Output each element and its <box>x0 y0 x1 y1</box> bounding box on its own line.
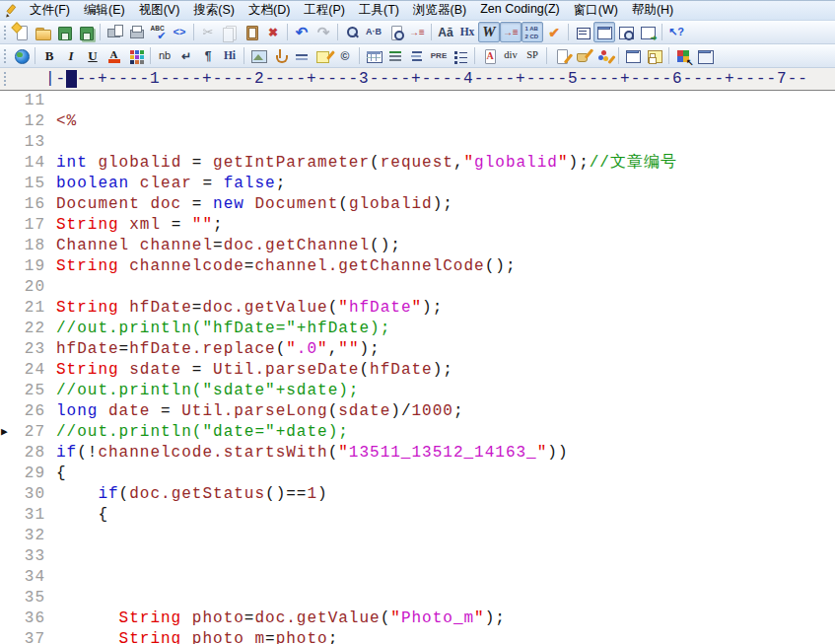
span-tag-icon[interactable]: SP <box>522 45 543 66</box>
heading-icon[interactable]: Hi <box>219 45 241 66</box>
code-line[interactable]: 17String xml = ""; <box>0 215 835 236</box>
replace-icon[interactable] <box>384 22 406 42</box>
note-icon[interactable] <box>313 45 334 66</box>
nbsp-icon[interactable]: nb <box>154 45 175 66</box>
check-syntax-icon[interactable]: ✔ <box>543 22 565 42</box>
dialog-icon[interactable] <box>694 45 716 66</box>
menu-window[interactable]: 窗口(W) <box>567 0 625 21</box>
menu-project[interactable]: 工程(P) <box>297 0 352 21</box>
paragraph-icon[interactable]: ¶ <box>197 45 219 66</box>
code-line[interactable]: 29{ <box>0 464 835 484</box>
toolbar-separator <box>359 47 360 64</box>
font-tag-icon[interactable] <box>478 45 500 66</box>
menu-help[interactable]: 帮助(H) <box>625 0 680 21</box>
bold-icon[interactable]: B <box>38 45 60 66</box>
new-file-icon[interactable] <box>10 22 32 42</box>
menu-edit[interactable]: 编辑(E) <box>77 0 132 21</box>
code-line[interactable]: 16Document doc = new Document(globalid); <box>0 194 835 215</box>
pre-tag-icon[interactable]: PRE <box>428 45 450 66</box>
style-edit-icon[interactable] <box>572 45 593 66</box>
code-line[interactable]: 11 <box>0 91 835 111</box>
html-source-icon[interactable]: <> <box>169 22 190 42</box>
image-icon[interactable] <box>247 45 269 66</box>
auto-indent-icon[interactable]: →≡ <box>500 22 522 42</box>
menu-zen-coding[interactable]: Zen Coding(Z) <box>473 0 567 21</box>
code-line[interactable]: 31 { <box>0 505 835 526</box>
code-line[interactable]: 32 <box>0 526 835 546</box>
menu-document[interactable]: 文档(D) <box>242 0 297 21</box>
save-icon[interactable] <box>53 22 75 42</box>
code-line[interactable]: 33 <box>0 546 835 567</box>
form-icon[interactable] <box>622 45 644 66</box>
code-line[interactable]: 26long date = Util.parseLong(sdate)/1000… <box>0 401 835 422</box>
code-line[interactable]: 34 <box>0 567 835 588</box>
line-break-icon[interactable]: ↵ <box>175 45 197 66</box>
code-line[interactable]: 37 String photo_m=photo; <box>0 629 835 644</box>
script-edit-icon[interactable] <box>550 45 572 66</box>
browser-preview-icon[interactable] <box>615 22 637 42</box>
underline-icon[interactable]: U <box>82 45 104 66</box>
code-line[interactable]: 13 <box>0 132 835 153</box>
code-line[interactable]: 12<% <box>0 111 835 132</box>
find-next-icon[interactable]: A·B <box>363 22 384 42</box>
find-icon[interactable] <box>341 22 363 42</box>
code-line[interactable]: 23hfDate=hfDate.replace(".0",""); <box>0 339 835 360</box>
split-window-icon[interactable] <box>593 22 615 42</box>
context-help-icon[interactable]: ↖? <box>665 22 687 42</box>
new-browser-window-icon[interactable] <box>637 22 659 42</box>
font-color-icon[interactable] <box>104 45 125 66</box>
code-line[interactable]: 28if(!channelcode.startsWith("13511_1351… <box>0 443 835 464</box>
div-block-icon[interactable] <box>384 45 406 66</box>
toolbar-grip[interactable] <box>3 25 8 40</box>
menu-view[interactable]: 视图(V) <box>132 0 187 21</box>
menu-file[interactable]: 文件(F) <box>23 0 77 21</box>
list-tag-icon[interactable] <box>450 45 471 66</box>
code-line[interactable]: 15boolean clear = false; <box>0 174 835 194</box>
code-line[interactable]: 35 <box>0 588 835 608</box>
code-line[interactable]: 30 if(doc.getStatus()==1) <box>0 484 835 505</box>
code-line[interactable]: 21String hfDate=doc.getValue("hfDate"); <box>0 298 835 319</box>
code-line[interactable]: 25//out.println("sdate"+sdate); <box>0 381 835 401</box>
code-line[interactable]: 24String sdate = Util.parseDate(hfDate); <box>0 360 835 381</box>
goto-line-icon[interactable]: →≡ <box>406 22 428 42</box>
horizontal-rule-icon[interactable] <box>291 45 313 66</box>
print-icon[interactable] <box>125 22 147 42</box>
spell-check-icon[interactable] <box>147 22 169 42</box>
hex-view-icon[interactable]: Hx <box>456 22 478 42</box>
code-line[interactable]: 19String channelcode=channel.getChannelC… <box>0 256 835 277</box>
table-icon[interactable] <box>363 45 384 66</box>
object-edit-icon[interactable] <box>593 45 615 66</box>
ruler-grip[interactable] <box>3 71 8 87</box>
font-icon[interactable]: Aā <box>435 22 456 42</box>
activex-icon[interactable] <box>672 45 694 66</box>
center-text-icon[interactable] <box>406 45 428 66</box>
open-file-icon[interactable] <box>32 22 53 42</box>
save-all-icon[interactable] <box>75 22 97 42</box>
code-text: { <box>56 506 108 524</box>
menu-browser[interactable]: 浏览器(B) <box>406 0 473 21</box>
line-number-toggle-icon[interactable] <box>522 22 543 42</box>
delete-icon[interactable]: ✖ <box>262 22 284 42</box>
print-preview-icon[interactable] <box>104 22 125 42</box>
document-list-icon[interactable] <box>572 22 593 42</box>
copyright-icon[interactable]: © <box>334 45 356 66</box>
div-tag-icon[interactable]: div <box>500 45 522 66</box>
anchor-icon[interactable] <box>269 45 291 66</box>
paste-icon[interactable] <box>241 22 262 42</box>
undo-icon[interactable]: ↶ <box>291 22 313 42</box>
code-line[interactable]: 22//out.println("hfDate="+hfDate); <box>0 319 835 339</box>
code-line[interactable]: 20 <box>0 277 835 298</box>
code-line[interactable]: 36 String photo=doc.getValue("Photo_m"); <box>0 608 835 629</box>
menu-search[interactable]: 搜索(S) <box>186 0 242 21</box>
form-fields-icon[interactable] <box>644 45 665 66</box>
code-line[interactable]: 27▶//out.println("date="+date); <box>0 422 835 443</box>
color-palette-icon[interactable] <box>125 45 147 66</box>
menu-tools[interactable]: 工具(T) <box>352 0 406 21</box>
toolbar-grip[interactable] <box>3 48 8 64</box>
code-editor-area[interactable]: 1112<%1314int globalid = getIntParameter… <box>0 91 835 644</box>
view-in-browser-globe-icon[interactable] <box>10 45 32 66</box>
code-line[interactable]: 18Channel channel=doc.getChannel(); <box>0 236 835 256</box>
code-line[interactable]: 14int globalid = getIntParameter(request… <box>0 153 835 174</box>
word-wrap-icon[interactable]: W <box>478 22 500 42</box>
italic-icon[interactable]: I <box>60 45 82 66</box>
